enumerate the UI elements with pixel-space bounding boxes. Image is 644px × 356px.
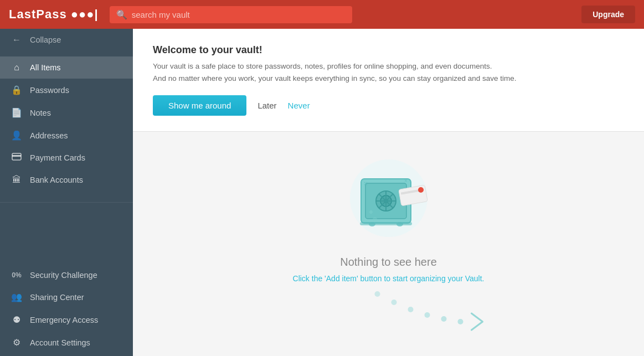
notes-icon: 📄	[11, 107, 22, 118]
app-logo: LastPass ●●●|	[9, 7, 99, 22]
upgrade-button[interactable]: Upgrade	[581, 6, 635, 23]
sidebar-label-account-settings: Account Settings	[30, 338, 90, 347]
vault-illustration: × ×	[333, 154, 444, 243]
svg-point-18	[373, 217, 377, 221]
sidebar-item-addresses[interactable]: 👤 Addresses	[0, 124, 133, 147]
welcome-desc-line1: Your vault is a safe place to store pass…	[153, 62, 492, 70]
welcome-desc-line2: And no matter where you work, your vault…	[153, 74, 517, 82]
sidebar-label-payment-cards: Payment Cards	[30, 153, 85, 162]
never-button[interactable]: Never	[288, 101, 310, 110]
sidebar-item-emergency-access[interactable]: ⚉ Emergency Access	[0, 308, 133, 331]
sidebar-item-payment-cards[interactable]: Payment Cards	[0, 147, 133, 169]
address-icon: 👤	[11, 130, 22, 141]
nothing-title: Nothing to see here	[340, 256, 437, 269]
svg-rect-1	[12, 155, 21, 157]
sidebar-item-account-settings[interactable]: ⚙ Account Settings	[0, 331, 133, 354]
sharing-icon: 👥	[11, 292, 22, 302]
sidebar-item-sharing-center[interactable]: 👥 Sharing Center	[0, 286, 133, 308]
home-icon: ⌂	[11, 63, 22, 73]
search-icon: 🔍	[116, 9, 127, 20]
svg-rect-21	[360, 222, 412, 225]
security-percent-icon: 0%	[11, 271, 22, 279]
add-item-prefix: Click the 'Add item' button to	[293, 274, 391, 283]
app-header: LastPass ●●●| 🔍 Upgrade	[0, 0, 644, 29]
welcome-section: Welcome to your vault! Your vault is a s…	[133, 29, 644, 132]
settings-icon: ⚙	[11, 337, 22, 348]
sidebar-item-all-items[interactable]: ⌂ All Items	[0, 56, 133, 79]
sidebar-main-nav: ⌂ All Items 🔒 Passwords 📄 Notes 👤 Addres…	[0, 51, 133, 197]
lock-icon: 🔒	[11, 85, 22, 95]
svg-point-27	[458, 319, 463, 324]
sidebar-item-notes[interactable]: 📄 Notes	[0, 101, 133, 124]
welcome-title: Welcome to your vault!	[153, 44, 624, 56]
card-icon	[11, 153, 22, 163]
bank-icon: 🏛	[11, 175, 22, 185]
main-content: Welcome to your vault! Your vault is a s…	[133, 29, 644, 356]
welcome-description: Your vault is a safe place to store pass…	[153, 60, 624, 84]
sidebar-label-emergency-access: Emergency Access	[30, 316, 98, 324]
svg-point-14	[418, 187, 424, 193]
sidebar-label-sharing-center: Sharing Center	[30, 293, 84, 302]
svg-text:×: ×	[364, 180, 368, 188]
svg-text:×: ×	[404, 178, 408, 184]
sidebar-item-bank-accounts[interactable]: 🏛 Bank Accounts	[0, 169, 133, 191]
sidebar-item-passwords[interactable]: 🔒 Passwords	[0, 79, 133, 101]
emergency-icon: ⚉	[11, 314, 22, 325]
collapse-label: Collapse	[30, 35, 61, 44]
svg-point-22	[375, 291, 380, 297]
sidebar-label-security-challenge: Security Challenge	[30, 271, 97, 280]
sidebar-item-security-challenge[interactable]: 0% Security Challenge	[0, 265, 133, 286]
sidebar-label-passwords: Passwords	[30, 86, 69, 95]
svg-point-23	[391, 300, 397, 305]
search-input[interactable]	[132, 10, 346, 19]
sidebar-label-notes: Notes	[30, 109, 51, 117]
svg-point-24	[408, 307, 414, 312]
add-item-description: Click the 'Add item' button to start org…	[293, 274, 485, 283]
sidebar-label-addresses: Addresses	[30, 131, 68, 140]
decorative-dots	[144, 283, 633, 338]
collapse-icon: ←	[11, 35, 22, 45]
main-layout: ← Collapse ⌂ All Items 🔒 Passwords 📄 Not…	[0, 29, 644, 356]
later-button[interactable]: Later	[257, 101, 276, 110]
sidebar-bottom-nav: 0% Security Challenge 👥 Sharing Center ⚉…	[0, 265, 133, 356]
add-item-link: start organizing your Vault.	[393, 274, 485, 283]
sidebar-divider	[0, 202, 133, 203]
collapse-button[interactable]: ← Collapse	[0, 29, 133, 51]
svg-point-26	[441, 316, 447, 322]
vault-empty-state: × × Nothing to see here Click the 'Add i…	[133, 132, 644, 349]
search-bar[interactable]: 🔍	[110, 6, 352, 23]
svg-point-17	[369, 210, 373, 214]
sidebar-label-all-items: All Items	[30, 63, 61, 72]
welcome-actions: Show me around Later Never	[153, 95, 624, 116]
sidebar-label-bank-accounts: Bank Accounts	[30, 176, 83, 184]
svg-point-25	[425, 312, 430, 318]
sidebar: ← Collapse ⌂ All Items 🔒 Passwords 📄 Not…	[0, 29, 133, 356]
show-me-around-button[interactable]: Show me around	[153, 95, 246, 116]
